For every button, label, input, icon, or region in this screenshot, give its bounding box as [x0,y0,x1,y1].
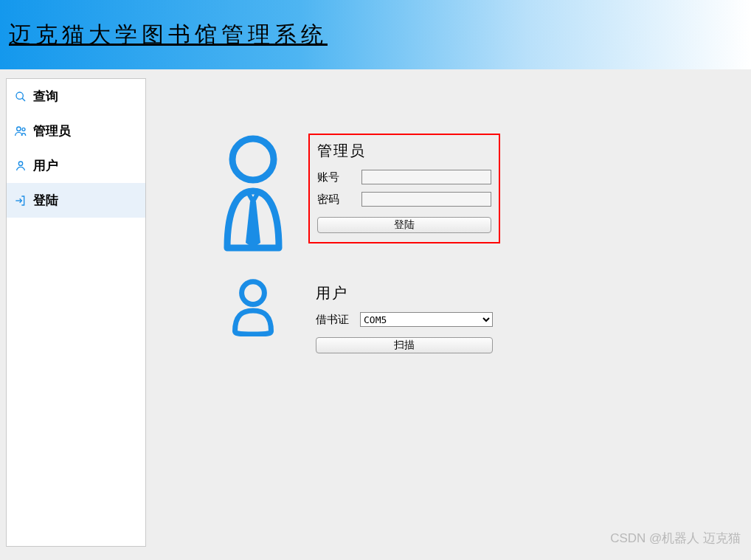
user-login-section: 用户 借书证 COM5 扫描 [212,277,500,362]
svg-point-2 [17,127,21,131]
main-panel: 管理员 账号 密码 登陆 用户 [146,78,745,554]
svg-point-0 [16,92,23,99]
sidebar-item-admin[interactable]: 管理员 [7,114,145,148]
sidebar-item-query[interactable]: 查询 [7,79,145,114]
admin-form-box: 管理员 账号 密码 登陆 [308,134,500,243]
admin-form-title: 管理员 [317,141,491,161]
svg-point-3 [22,128,25,131]
admin-login-button[interactable]: 登陆 [317,217,491,233]
user-card-row: 借书证 COM5 [316,312,493,327]
svg-point-4 [18,162,22,165]
sidebar-item-login[interactable]: 登陆 [7,183,145,218]
sidebar-item-label: 管理员 [33,122,71,139]
admin-password-row: 密码 [317,192,491,207]
account-label: 账号 [317,170,356,184]
user-avatar-icon [212,277,294,336]
sidebar-item-user[interactable]: 用户 [7,148,145,183]
content-area: 查询 管理员 用户 [0,69,751,560]
sidebar-item-label: 查询 [33,88,58,105]
sidebar-item-label: 登陆 [33,192,58,209]
account-input[interactable] [361,170,491,184]
user-icon [14,159,27,173]
sidebar: 查询 管理员 用户 [6,78,146,547]
admin-icon [14,125,27,138]
password-input[interactable] [361,192,491,207]
user-form-title: 用户 [316,283,493,303]
card-port-select[interactable]: COM5 [360,312,493,327]
watermark-text: CSDN @机器人 迈克猫 [610,530,741,547]
app-title: 迈克猫大学图书馆管理系统 [9,20,328,50]
manager-avatar-icon [212,134,294,252]
search-icon [14,90,27,103]
card-label: 借书证 [316,313,354,327]
header-bar: 迈克猫大学图书馆管理系统 [0,0,751,69]
svg-point-6 [232,139,274,180]
admin-login-section: 管理员 账号 密码 登陆 [212,134,500,252]
admin-account-row: 账号 [317,170,491,184]
sidebar-item-label: 用户 [33,157,58,174]
password-label: 密码 [317,193,356,207]
svg-line-1 [22,98,25,101]
scan-button[interactable]: 扫描 [316,337,493,353]
svg-point-7 [242,282,265,305]
user-form-box: 用户 借书证 COM5 扫描 [308,277,500,362]
login-icon [14,194,27,207]
